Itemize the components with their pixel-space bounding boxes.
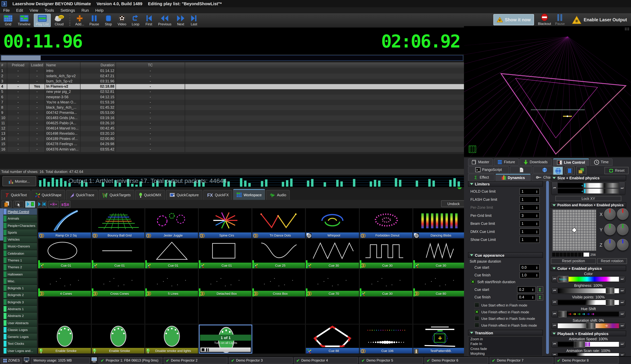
category-celebration[interactable]: Celebration [3,250,37,257]
cue-cell-cue-01[interactable]: Cue 01 [145,239,199,268]
brightness-slider[interactable]: ⏮⏭ [551,288,625,294]
panel-scrollbar[interactable] [546,181,549,354]
toolbar-first-button[interactable]: First [143,14,155,27]
cue-cell-dancing-blobs[interactable]: Dancing Blobs [413,208,467,238]
limiter-spinner[interactable]: 1▲▼ [519,228,540,235]
flag-checkbox[interactable]: ✕ [474,309,479,314]
zone-view-button[interactable] [565,166,575,175]
category-people-characters[interactable]: People+Characters [3,222,37,229]
limiter-spinner[interactable]: 3▲▼ [519,212,540,219]
category-halloween[interactable]: Halloween [3,271,37,278]
value-spinner[interactable]: 0.2▲▼ [517,286,536,293]
tab-globe[interactable] [533,166,556,174]
cue-progress-bar[interactable] [201,348,251,352]
limiter-spinner[interactable]: 1▲▼ [519,188,540,195]
cue-cell-ramp-cir-2-sq[interactable]: Ramp Cir 2 Sq [38,208,92,238]
cue-cell-detached-box[interactable]: Detached Box [199,269,253,296]
zones-button[interactable]: ZONES [1,357,22,364]
transition-list[interactable]: Zoom inFade InCross fadeMorphingCross Cu… [468,336,543,356]
rotation-knob-z-a[interactable] [604,239,616,250]
undock-button[interactable]: Undock [441,200,466,207]
tab-fixture[interactable]: Fixture [494,158,519,166]
cue-cell-cue-80[interactable]: Cue 80 [413,269,467,296]
tab-quicktext[interactable]: TQuickText [1,190,31,200]
cue-cell-4-cones[interactable]: 4 Cones [38,269,92,296]
cue-cell-cue-25[interactable]: Cue 25 [252,239,306,268]
value-spinner[interactable]: 1.0▲▼ [519,272,540,278]
rotation-knob-x-a[interactable] [604,208,616,220]
tab-quickdmx[interactable]: QuickDMX [135,190,165,200]
sidebar-scrollbar[interactable] [0,208,3,354]
toolbar-cloud-button[interactable]: betaCloud [52,14,66,27]
rotation-knob-x-b[interactable] [617,208,629,220]
reset-position-button[interactable]: Reset position [551,258,596,264]
playlist-row[interactable]: 13--001498 Revelatio...03:20.10- [0,131,464,136]
column-header-Name[interactable]: Name [45,62,81,68]
tab-time[interactable]: Time [590,158,612,166]
limiters-header[interactable]: Limiters [468,181,543,187]
playlist-row[interactable]: 3--burn_3ch_5p-v203:31.96- [0,79,464,84]
tab-quicktrace[interactable]: QuickTrace [66,190,98,200]
cue-cell-bouncy-ball-grid[interactable]: Bouncy Ball Grid [92,208,145,238]
tab-quickshape[interactable]: QuickShape [31,190,65,200]
category-bckgrnds-2[interactable]: Bckgrnds 2 [3,292,37,299]
reset-rotation-button[interactable]: Reset rotation [597,258,627,264]
playlist-row[interactable]: 15--004278 Feelings ...04:29.98- [0,142,464,147]
cue-cell-empty[interactable] [360,297,413,324]
category-text-clocks[interactable]: Text Clocks [3,340,37,347]
toolbar-next-button[interactable]: Next [175,14,187,27]
blackout-button[interactable]: Blackout [538,14,551,26]
cue-appearance-header[interactable]: Cue appearance [468,252,543,258]
cue-cell-disable-smoke-and-lights[interactable]: Disable smoke and lights [145,324,199,354]
projector-demo-projector-4[interactable]: ✔Demo Projector 4 [294,357,358,364]
toolbar-previous-button[interactable]: Previous [156,14,174,27]
transition-item[interactable]: Morphing [468,351,542,356]
playlist-row[interactable]: 4-YesIn Flames-v202:18.88- [0,84,464,89]
soft-duration-checkbox[interactable]: ✕ [470,279,475,284]
color-slider[interactable]: ⏮ Norm. ⏭ [551,276,625,282]
flag-checkbox[interactable] [474,302,479,307]
playlist-row[interactable]: 9--004742 Presenta...05:53.00- [0,110,464,116]
column-header-Loaded[interactable]: Loaded [30,62,45,68]
category-user-abstracts[interactable]: User Abstracts [3,320,37,326]
animation-speed-slider[interactable]: ⏮ ⏭ [551,341,625,348]
transition-item[interactable]: Fade In [468,342,542,346]
toolbar-loop-button[interactable]: Loop [130,14,142,27]
toolbar-stop-button[interactable]: Stop [102,14,114,27]
rotation-knob-y-b[interactable] [617,224,629,236]
category-classic-logos[interactable]: Classic Logos [3,326,37,334]
cue-cell-empty[interactable] [252,324,306,354]
monitor-button[interactable]: Monitor... [3,176,36,186]
menu-run[interactable]: Run [78,8,92,12]
category-abstracts-2[interactable]: Abstracts 2 [3,312,37,320]
projector-demo-projector-2[interactable]: ✔Demo Projector 2 [164,357,228,364]
category-themes-1[interactable]: Themes 1 [3,257,37,264]
sigma-button[interactable]: Σ [537,286,543,293]
transition-header[interactable]: Transition [468,330,543,336]
cue-cell-cue-30[interactable]: Cue 30 [360,239,413,268]
cue-cell-cross-cones[interactable]: Cross Cones [92,269,145,296]
size-header[interactable]: Size + Enabled physics [550,175,626,180]
menu-tools[interactable]: Tools [42,8,57,12]
visible-points-slider[interactable]: ⏮⏭ [551,299,625,306]
playlist-row[interactable]: 1--intro01:14.12- [0,68,464,74]
cue-cell-5-lines[interactable]: 5 Lines [145,269,199,296]
playlist-row[interactable]: 16--004376 Armin van...03:55.42- [0,147,464,152]
cue-cell-forbidden-donut[interactable]: Forbidden Donut [360,208,413,238]
cascade-view-button[interactable] [576,166,586,175]
tab-pangoscript[interactable]: >_PangoScript [468,166,509,174]
grid-size-bar[interactable] [552,252,589,257]
menu-help[interactable]: Help [92,8,107,12]
rotation-knob-y-a[interactable] [604,224,616,236]
playlist-row[interactable]: 10--001483 Grids (As...03:19.16- [0,116,464,121]
enable-laser-output-button[interactable]: ✳ Enable Laser Output [569,14,630,25]
cue-cell-empty[interactable] [145,297,199,324]
category-music-dancers[interactable]: Music+Dancers [3,243,37,250]
monitor-icon[interactable] [92,357,97,364]
tab-quickfx[interactable]: FXQuickFX [203,190,232,200]
playlist-row[interactable]: 5--new year pig_202:52.81- [0,89,464,94]
playlist-row[interactable]: 2--solaris_4ch_5p-v202:47.21- [0,74,464,79]
toolbar-pause-button[interactable]: Pause [87,14,101,27]
saturation-slider[interactable]: ⏮ ⬅ ➜ ⏭ [551,322,625,329]
value-spinner[interactable]: 0.0▲▼ [519,264,540,270]
